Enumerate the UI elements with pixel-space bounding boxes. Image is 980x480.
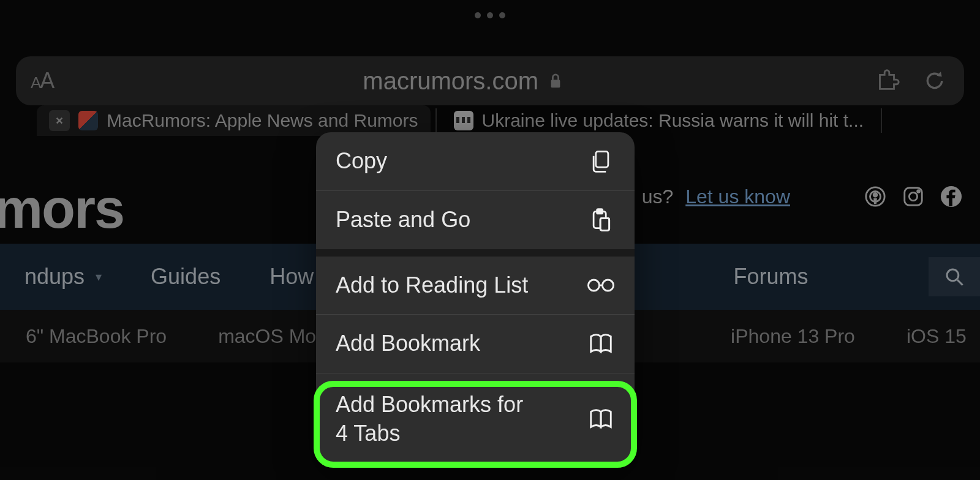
book-icon xyxy=(587,330,615,358)
favicon-icon xyxy=(78,111,98,130)
reader-aa-button[interactable]: AA xyxy=(31,68,53,94)
drag-handle[interactable] xyxy=(475,12,505,18)
context-copy[interactable]: Copy xyxy=(316,132,635,191)
favicon-icon xyxy=(454,111,473,130)
podcast-icon[interactable] xyxy=(864,185,887,208)
extensions-icon[interactable] xyxy=(872,66,902,96)
svg-rect-11 xyxy=(597,209,603,214)
context-reading-list[interactable]: Add to Reading List xyxy=(316,257,635,315)
tab-news[interactable]: Ukraine live updates: Russia warns it wi… xyxy=(442,105,876,136)
nav-roundups[interactable]: ndups ▾ xyxy=(0,264,126,290)
tab-separator xyxy=(881,108,882,133)
url-text: macrumors.com xyxy=(363,67,538,95)
nav-guides[interactable]: Guides xyxy=(126,264,245,290)
topbar-text: us? xyxy=(642,186,674,208)
context-label: Copy xyxy=(336,147,387,176)
svg-rect-9 xyxy=(596,152,608,168)
svg-point-6 xyxy=(918,190,920,193)
subnav-item[interactable]: iPhone 13 Pro xyxy=(705,325,881,348)
dot-icon xyxy=(487,12,493,18)
chevron-down-icon: ▾ xyxy=(96,269,102,284)
svg-point-14 xyxy=(588,280,599,291)
lock-icon xyxy=(548,72,563,89)
nav-label: ndups xyxy=(24,264,85,290)
nav-label: Guides xyxy=(151,264,221,290)
glasses-icon xyxy=(587,271,615,299)
reload-icon[interactable] xyxy=(920,66,949,96)
close-tab-button[interactable] xyxy=(49,110,70,131)
top-linkbar: us? Let us know xyxy=(642,185,980,208)
context-label: Add Bookmark xyxy=(336,329,480,358)
svg-point-15 xyxy=(602,280,613,291)
context-add-bookmark[interactable]: Add Bookmark xyxy=(316,315,635,373)
site-logo-partial: mors xyxy=(0,178,124,241)
url-container[interactable]: macrumors.com xyxy=(53,67,872,95)
nav-label: Forums xyxy=(734,264,809,290)
menu-separator xyxy=(316,249,635,257)
tab-macrumors[interactable]: MacRumors: Apple News and Rumors xyxy=(37,105,431,136)
context-label: Add Bookmarks for 4 Tabs xyxy=(336,391,532,448)
nav-search-button[interactable] xyxy=(929,257,980,296)
subnav-item[interactable]: 6" MacBook Pro xyxy=(0,325,192,348)
svg-point-5 xyxy=(909,192,917,200)
svg-rect-12 xyxy=(600,218,609,230)
svg-point-8 xyxy=(947,269,959,281)
tab-label: Ukraine live updates: Russia warns it wi… xyxy=(482,110,864,131)
let-us-know-link[interactable]: Let us know xyxy=(685,186,790,208)
address-bar[interactable]: AA macrumors.com xyxy=(16,56,964,105)
clipboard-icon xyxy=(587,206,615,234)
book-icon xyxy=(587,405,615,433)
subnav-item[interactable]: iOS 15 xyxy=(881,325,980,348)
context-add-bookmarks-tabs[interactable]: Add Bookmarks for 4 Tabs xyxy=(316,373,635,465)
tabs-row: MacRumors: Apple News and Rumors Ukraine… xyxy=(0,105,980,136)
svg-point-3 xyxy=(873,193,877,197)
context-label: Add to Reading List xyxy=(336,271,528,300)
nav-forums[interactable]: Forums xyxy=(709,264,833,290)
dot-icon xyxy=(499,12,505,18)
facebook-icon[interactable] xyxy=(940,185,963,208)
svg-rect-0 xyxy=(551,80,560,88)
context-paste-go[interactable]: Paste and Go xyxy=(316,191,635,249)
context-label: Paste and Go xyxy=(336,206,470,234)
tab-label: MacRumors: Apple News and Rumors xyxy=(107,110,418,131)
instagram-icon[interactable] xyxy=(902,185,925,208)
context-menu: Copy Paste and Go Add to Read xyxy=(316,132,635,465)
tab-separator xyxy=(435,108,437,133)
dot-icon xyxy=(475,12,481,18)
copy-icon xyxy=(587,147,615,175)
